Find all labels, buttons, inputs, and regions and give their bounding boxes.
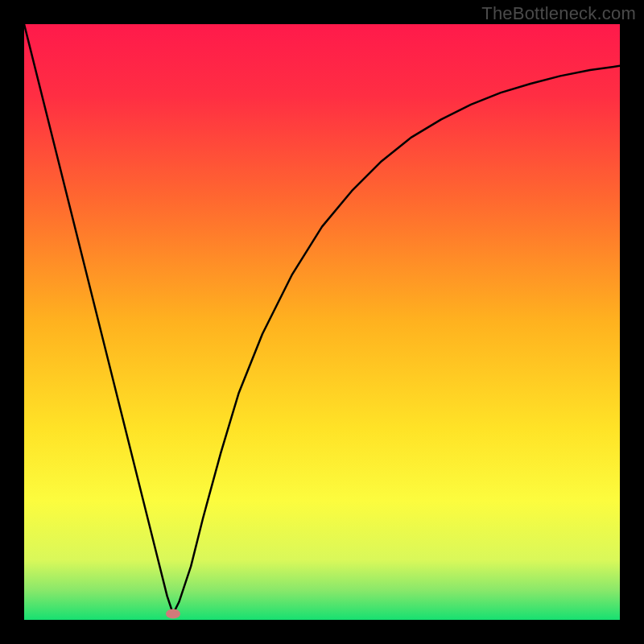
optimal-point-marker [166,609,180,619]
bottleneck-chart-svg [24,24,620,620]
gradient-background [24,24,620,620]
chart-frame: TheBottleneck.com [0,0,644,644]
watermark-text: TheBottleneck.com [481,3,636,24]
plot-area [24,24,620,620]
